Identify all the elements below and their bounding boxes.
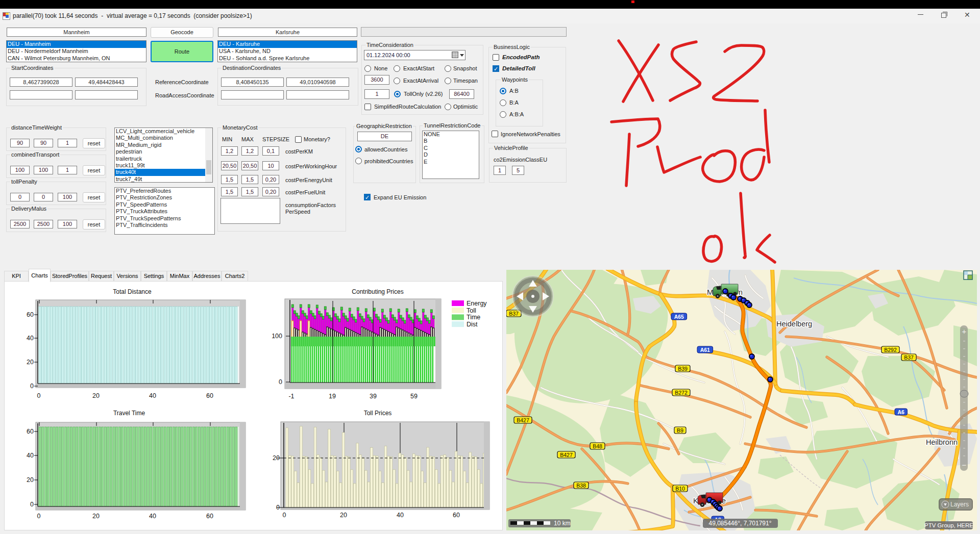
svg-text:Dist: Dist: [467, 321, 478, 328]
svg-text:B272: B272: [675, 390, 688, 396]
svg-text:19: 19: [329, 393, 336, 400]
svg-text:B427: B427: [560, 452, 573, 458]
svg-text:40: 40: [397, 512, 404, 519]
svg-text:59: 59: [410, 393, 418, 400]
svg-text:Travel Time: Travel Time: [113, 410, 145, 417]
svg-text:40: 40: [27, 335, 34, 342]
svg-text:Total Distance: Total Distance: [113, 288, 152, 295]
svg-text:−: −: [962, 461, 967, 469]
svg-text:B38: B38: [576, 482, 586, 489]
svg-text:10 km: 10 km: [554, 520, 571, 527]
svg-text:40: 40: [149, 392, 156, 399]
svg-text:B10: B10: [675, 486, 685, 492]
svg-text:60: 60: [453, 512, 460, 519]
svg-text:60: 60: [206, 392, 213, 399]
svg-text:+: +: [962, 327, 967, 336]
svg-text:0: 0: [283, 512, 286, 519]
svg-text:B292: B292: [884, 347, 897, 353]
svg-text:0: 0: [30, 501, 34, 508]
svg-text:60: 60: [27, 428, 34, 435]
svg-text:B9: B9: [677, 427, 683, 434]
svg-text:B37: B37: [509, 311, 519, 317]
svg-text:A65: A65: [674, 314, 684, 320]
svg-text:Toll Prices: Toll Prices: [364, 410, 392, 417]
svg-text:A6: A6: [897, 409, 904, 415]
svg-text:20: 20: [27, 476, 34, 484]
svg-text:B427: B427: [517, 417, 529, 423]
svg-text:B48: B48: [593, 443, 602, 449]
svg-text:B39: B39: [678, 366, 688, 372]
svg-text:PTV Group, HERE: PTV Group, HERE: [924, 522, 973, 528]
svg-text:100: 100: [272, 333, 282, 340]
svg-text:Heilbronn: Heilbronn: [926, 438, 958, 446]
svg-text:Layers: Layers: [950, 501, 969, 508]
svg-text:Energy: Energy: [467, 300, 487, 307]
svg-text:39: 39: [370, 393, 377, 400]
svg-text:20: 20: [92, 392, 100, 399]
svg-text:-1: -1: [288, 393, 294, 400]
svg-text:B37: B37: [904, 354, 914, 361]
svg-text:20: 20: [27, 359, 34, 366]
svg-text:0: 0: [30, 383, 34, 390]
svg-text:Toll: Toll: [467, 307, 476, 314]
svg-text:Time: Time: [467, 314, 480, 321]
svg-text:49,085446°, 7,701791°: 49,085446°, 7,701791°: [708, 520, 771, 527]
svg-text:40: 40: [27, 452, 34, 459]
svg-text:60: 60: [206, 513, 213, 520]
svg-text:40: 40: [149, 513, 156, 520]
svg-text:Heidelberg: Heidelberg: [776, 320, 812, 328]
svg-text:0: 0: [37, 392, 41, 399]
svg-text:20: 20: [340, 512, 347, 519]
svg-text:Contributing Prices: Contributing Prices: [352, 288, 403, 295]
svg-text:0: 0: [37, 513, 41, 520]
svg-text:A61: A61: [700, 347, 710, 353]
svg-text:20: 20: [92, 513, 100, 520]
svg-text:0: 0: [279, 378, 282, 386]
svg-text:60: 60: [27, 311, 34, 318]
